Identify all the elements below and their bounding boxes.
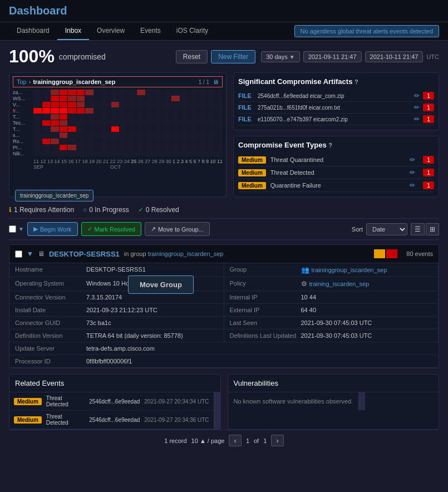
heatmap-grid bbox=[33, 90, 223, 156]
view-toggle: ☰ ⊞ bbox=[411, 223, 439, 235]
checkbox-area: ▼ bbox=[9, 225, 24, 233]
status-resolved: ✓ 0 Resolved bbox=[138, 206, 179, 214]
policy-cell: Policy ⚙ training_iscarden_sep bbox=[224, 277, 439, 291]
attention-icon: ℹ bbox=[9, 206, 12, 214]
tab-events[interactable]: Events bbox=[132, 22, 169, 40]
detail-grid: Hostname DESKTOP-SESRSS1 Group 👥 trainin… bbox=[9, 263, 439, 368]
two-panel: Top › traininggroup_iscarden_sep 1 / 1 🖥… bbox=[9, 72, 439, 197]
date-end: 2021-10-11 21:47 bbox=[365, 51, 424, 62]
progress-icon: ○ bbox=[83, 206, 87, 214]
move-group-popup: Move Group bbox=[128, 275, 194, 294]
event-types-title: Compromise Event Types ? bbox=[238, 141, 434, 149]
record-count: 1 record bbox=[164, 437, 186, 444]
device-card: ▼ 🖥 DESKTOP-SESRSS1 in group traininggro… bbox=[9, 244, 439, 368]
artifact-edit-2[interactable]: ✏ bbox=[414, 115, 420, 123]
artifacts-panel: Significant Compromise Artifacts ? FILE … bbox=[233, 72, 439, 130]
action-bar: ▼ ▶ Begin Work ✓ Mark Resolved ↗ Move to… bbox=[9, 218, 439, 240]
next-page-button[interactable]: › bbox=[271, 435, 283, 446]
status-bar: ℹ 1 Requires Attention ○ 0 In Progress ✓… bbox=[9, 201, 439, 218]
timezone-label: UTC bbox=[426, 53, 439, 60]
event-count-1: 1 bbox=[423, 169, 434, 176]
related-event-0: Medium Threat Detected 2546dcff...6e9eed… bbox=[9, 392, 214, 411]
resolved-icon: ✓ bbox=[138, 206, 144, 214]
status-attention: ℹ 1 Requires Attention bbox=[9, 206, 74, 214]
current-page: 1 bbox=[246, 437, 249, 444]
install-date-cell: Install Date 2021-09-23 21:12:23 UTC bbox=[9, 304, 224, 317]
tab-dashboard[interactable]: Dashboard bbox=[9, 22, 57, 40]
list-view-button[interactable]: ☰ bbox=[411, 223, 425, 235]
related-events-panel: Related Events Medium Threat Detected 25… bbox=[9, 374, 221, 430]
artifact-edit-0[interactable]: ✏ bbox=[414, 92, 420, 100]
begin-work-icon: ▶ bbox=[33, 225, 38, 233]
vulns-title: Vulnerabilities bbox=[228, 375, 439, 392]
group-tooltip: traininggroup_iscarden_sep bbox=[15, 190, 93, 201]
related-events-title: Related Events bbox=[9, 375, 220, 392]
expand-icon[interactable]: ▼ bbox=[18, 226, 24, 232]
event-edit-1[interactable]: ✏ bbox=[410, 169, 415, 176]
date-range-selector[interactable]: 30 days ▼ bbox=[261, 51, 300, 62]
sort-select[interactable]: Date Name Severity bbox=[366, 223, 407, 235]
artifact-row-0: FILE 2546dcff...6e9eedad eicar_com.zip ✏… bbox=[238, 90, 434, 102]
device-header: ▼ 🖥 DESKTOP-SESRSS1 in group traininggro… bbox=[9, 245, 439, 263]
event-count-2: 1 bbox=[423, 181, 434, 189]
related-events-content: Medium Threat Detected 2546dcff...6e9eed… bbox=[9, 392, 220, 429]
event-type-row-0: Medium Threat Quarantined ✏ 1 bbox=[238, 154, 434, 166]
grid-view-button[interactable]: ⊞ bbox=[426, 223, 439, 235]
reset-button[interactable]: Reset bbox=[176, 50, 208, 63]
new-filter-button[interactable]: New Filter bbox=[211, 50, 255, 63]
external-ip-cell: External IP 64 40 bbox=[224, 304, 439, 317]
date-months: SEP OCT bbox=[13, 164, 223, 170]
date-axis: 11 12 13 14 15 16 17 18 19 20 21 22 23 2… bbox=[13, 159, 223, 164]
artifact-count-1: 1 bbox=[423, 104, 434, 111]
begin-work-button[interactable]: ▶ Begin Work bbox=[27, 222, 78, 236]
artifact-count-2: 1 bbox=[423, 115, 434, 123]
event-count-0: 1 bbox=[423, 156, 434, 164]
event-type-row-1: Medium Threat Detected ✏ 1 bbox=[238, 166, 434, 179]
date-start: 2021-09-11 21:47 bbox=[303, 51, 362, 62]
prev-page-button[interactable]: ‹ bbox=[229, 435, 241, 446]
artifacts-info-icon[interactable]: ? bbox=[355, 78, 358, 85]
artifact-edit-1[interactable]: ✏ bbox=[414, 104, 420, 111]
event-types-info-icon[interactable]: ? bbox=[328, 142, 332, 149]
top-row: 100% compromised Reset New Filter 30 day… bbox=[9, 46, 439, 67]
nav-tabs: Dashboard Inbox Overview Events iOS Clar… bbox=[0, 22, 448, 41]
device-checkbox[interactable] bbox=[15, 250, 22, 258]
tab-ios-clarity[interactable]: iOS Clarity bbox=[169, 22, 216, 40]
heatmap-panel: Top › traininggroup_iscarden_sep 1 / 1 🖥… bbox=[9, 72, 227, 197]
event-edit-2[interactable]: ✏ bbox=[410, 181, 415, 189]
select-all-checkbox[interactable] bbox=[9, 225, 16, 233]
group-cell: Group 👥 traininggroup_iscarden_sep bbox=[224, 263, 439, 277]
page-title: Dashboard bbox=[9, 4, 439, 17]
main-content: 100% compromised Reset New Filter 30 day… bbox=[0, 41, 448, 456]
severity-bar bbox=[374, 249, 397, 258]
event-edit-0[interactable]: ✏ bbox=[410, 156, 415, 164]
vulnerabilities-panel: Vulnerabilities No known software vulner… bbox=[228, 374, 440, 430]
sort-controls: Sort Date Name Severity ☰ ⊞ bbox=[352, 223, 439, 235]
date-controls: 30 days ▼ 2021-09-11 21:47 2021-10-11 21… bbox=[261, 51, 439, 62]
row-labels: za... WS... V... tr... T... Tes... T... … bbox=[13, 90, 32, 156]
total-pages: 1 bbox=[263, 437, 267, 444]
def-version-cell: Definition Version TETRA 64 bit (daily v… bbox=[9, 329, 224, 342]
page-info: 1 / 1 bbox=[199, 79, 209, 85]
vulns-scroll[interactable] bbox=[358, 392, 365, 410]
group-settings-icon: 👥 bbox=[301, 266, 309, 274]
heatmap-area: za... WS... V... tr... T... Tes... T... … bbox=[13, 90, 223, 156]
internal-ip-cell: Internal IP 10 44 bbox=[224, 291, 439, 304]
tab-inbox[interactable]: Inbox bbox=[57, 22, 89, 40]
policy-settings-icon: ⚙ bbox=[301, 280, 307, 288]
compromised-label: compromised bbox=[59, 52, 106, 61]
expand-device-icon[interactable]: ▼ bbox=[27, 250, 33, 258]
tab-overview[interactable]: Overview bbox=[89, 22, 132, 40]
event-type-row-2: Medium Quarantine Failure ✏ 1 bbox=[238, 179, 434, 192]
move-to-group-button[interactable]: ↗ Move to Group... bbox=[145, 222, 210, 236]
mark-resolved-button[interactable]: ✓ Mark Resolved bbox=[81, 222, 141, 236]
move-icon: ↗ bbox=[151, 225, 156, 233]
guid-cell: Connector GUID 73c ba1c bbox=[9, 317, 224, 329]
update-server-row: Update Server tetra-defs.amp.cisco.com bbox=[9, 342, 439, 355]
artifact-row-1: FILE 275a021b...f651fd0f eicar.com.txt ✏… bbox=[238, 102, 434, 114]
check-icon: ✓ bbox=[87, 225, 92, 233]
events-scroll[interactable] bbox=[214, 392, 220, 429]
compromised-percent: 100% bbox=[9, 46, 55, 67]
heatmap-header: Top › traininggroup_iscarden_sep 1 / 1 🖥 bbox=[13, 76, 223, 87]
alert-banner: No agentless global threat alerts events… bbox=[294, 25, 439, 37]
